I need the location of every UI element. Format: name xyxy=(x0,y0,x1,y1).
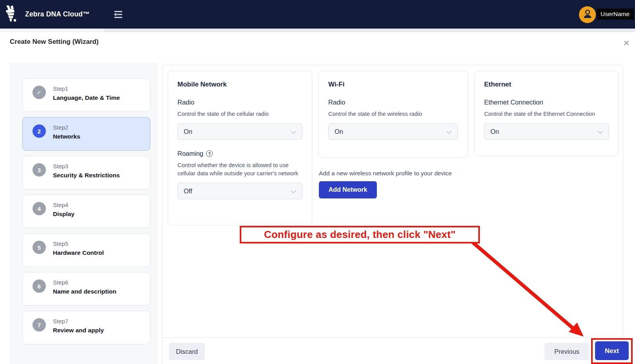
add-network-button[interactable]: Add Network xyxy=(319,181,377,198)
chevron-down-icon xyxy=(291,128,296,135)
chevron-down-icon xyxy=(597,128,603,135)
step-item-language-date-time[interactable]: ✓ Step1 Language, Date & Time xyxy=(22,78,150,112)
mobile-roaming-heading: Roaming ? xyxy=(177,150,302,157)
step-number: 3 xyxy=(33,163,46,177)
step-label: Step2 xyxy=(53,124,80,131)
sidebar-collapse-icon[interactable] xyxy=(112,10,124,19)
step-number: 7 xyxy=(33,318,46,332)
previous-button[interactable]: Previous xyxy=(545,343,589,360)
step-item-display[interactable]: 4 Step4 Display xyxy=(22,195,150,228)
step-label: Step7 xyxy=(53,318,104,324)
step-number: 4 xyxy=(33,202,46,215)
step-title: Language, Date & Time xyxy=(53,94,120,101)
annotation-text: Configure as desired, then click "Next" xyxy=(264,229,456,241)
mobile-roaming-select[interactable]: Off xyxy=(177,183,302,199)
step-item-review-apply[interactable]: 7 Step7 Review and apply xyxy=(22,311,150,344)
selected-value: On xyxy=(490,128,499,135)
step-label: Step3 xyxy=(53,163,120,169)
step-label: Step1 xyxy=(53,85,120,92)
annotation-callout: Configure as desired, then click "Next" xyxy=(240,226,480,243)
close-icon[interactable]: ✕ xyxy=(621,37,632,49)
step-item-networks[interactable]: 2 Step2 Networks xyxy=(22,117,150,151)
mobile-radio-heading: Radio xyxy=(177,99,302,106)
app-title: Zebra DNA Cloud™ xyxy=(25,0,90,29)
step-title: Networks xyxy=(53,133,80,140)
next-button[interactable]: Next xyxy=(595,341,629,360)
heading-text: Roaming xyxy=(177,150,203,157)
person-icon xyxy=(582,8,593,22)
selected-value: On xyxy=(335,128,343,135)
ethernet-card: Ethernet Ethernet Connection Control the… xyxy=(474,71,619,156)
step-number: 5 xyxy=(33,241,46,254)
selected-value: Off xyxy=(184,187,192,195)
wifi-radio-description: Control the state of the wireless radio xyxy=(328,110,458,118)
user-name-label[interactable]: UserName xyxy=(597,9,634,20)
step-item-hardware-control[interactable]: 5 Step5 Hardware Control xyxy=(22,233,150,267)
wizard-title: Create New Setting (Wizard) xyxy=(10,38,99,46)
card-title: Mobile Network xyxy=(177,81,302,88)
step-title: Security & Restrictions xyxy=(53,172,120,179)
step-label: Step4 xyxy=(53,202,74,208)
step-number: 2 xyxy=(33,124,46,138)
user-avatar[interactable] xyxy=(579,6,596,23)
step-title: Display xyxy=(53,211,74,218)
step-label: Step6 xyxy=(53,279,116,286)
wifi-card: Wi-Fi Radio Control the state of the wir… xyxy=(318,71,468,158)
footer-divider xyxy=(163,337,623,338)
add-network-hint: Add a new wireless network profile to yo… xyxy=(319,170,452,177)
help-icon[interactable]: ? xyxy=(206,150,213,157)
mobile-radio-description: Control the state of the cellular radio xyxy=(177,110,302,118)
discard-button[interactable]: Discard xyxy=(169,343,205,360)
step-title: Hardware Control xyxy=(53,249,104,256)
selected-value: On xyxy=(184,128,192,135)
step-label: Step5 xyxy=(53,240,104,247)
ethernet-connection-select[interactable]: On xyxy=(484,123,609,140)
background-tab-strip-left xyxy=(0,29,103,32)
step-item-security-restrictions[interactable]: 3 Step3 Security & Restrictions xyxy=(22,156,150,189)
step-number: 6 xyxy=(33,279,46,293)
ethernet-connection-description: Control the state of the Ethernet Connec… xyxy=(484,110,609,118)
step-title: Name and description xyxy=(53,288,116,295)
mobile-radio-select[interactable]: On xyxy=(177,123,302,140)
check-icon: ✓ xyxy=(33,86,46,99)
ethernet-connection-heading: Ethernet Connection xyxy=(484,99,609,106)
chevron-down-icon xyxy=(446,128,452,135)
zebra-logo-icon xyxy=(5,5,19,24)
background-tab-strip-right xyxy=(103,29,635,32)
step-title: Review and apply xyxy=(53,327,104,334)
mobile-network-card: Mobile Network Radio Control the state o… xyxy=(168,71,312,225)
chevron-down-icon xyxy=(291,187,296,195)
card-title: Ethernet xyxy=(484,81,609,88)
mobile-roaming-description: Control whether the device is allowed to… xyxy=(177,161,302,178)
step-item-name-description[interactable]: 6 Step6 Name and description xyxy=(22,272,150,306)
wifi-radio-heading: Radio xyxy=(328,99,458,106)
card-title: Wi-Fi xyxy=(328,81,458,88)
app-header: Zebra DNA Cloud™ UserName xyxy=(0,0,635,29)
wifi-radio-select[interactable]: On xyxy=(328,123,458,140)
